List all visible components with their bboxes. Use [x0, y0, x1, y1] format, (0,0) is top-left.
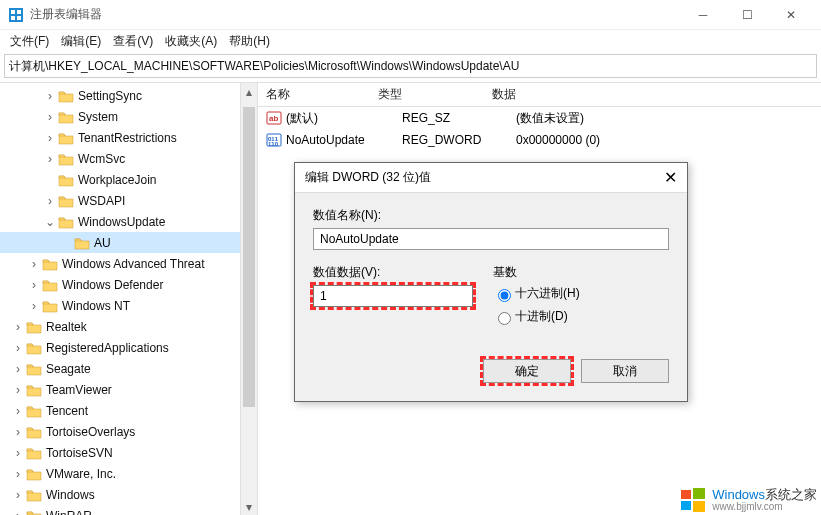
tree-item-label: Realtek [46, 320, 87, 334]
ok-button[interactable]: 确定 [483, 359, 571, 383]
menu-bar: 文件(F) 编辑(E) 查看(V) 收藏夹(A) 帮助(H) [0, 30, 821, 52]
window-title: 注册表编辑器 [30, 6, 681, 23]
tree-item-settingsync[interactable]: ›SettingSync [0, 85, 257, 106]
tree-item-registeredapplications[interactable]: ›RegisteredApplications [0, 337, 257, 358]
close-button[interactable]: ✕ [769, 1, 813, 29]
expand-icon[interactable]: › [12, 404, 24, 418]
tree-item-windows-defender[interactable]: ›Windows Defender [0, 274, 257, 295]
header-name[interactable]: 名称 [258, 86, 370, 103]
tree-item-tenantrestrictions[interactable]: ›TenantRestrictions [0, 127, 257, 148]
expand-icon[interactable]: › [12, 341, 24, 355]
expand-icon[interactable]: › [12, 383, 24, 397]
cancel-button[interactable]: 取消 [581, 359, 669, 383]
minimize-button[interactable]: ─ [681, 1, 725, 29]
svg-rect-13 [693, 501, 705, 512]
expand-icon[interactable]: › [44, 152, 56, 166]
tree-item-label: VMware, Inc. [46, 467, 116, 481]
tree-item-workplacejoin[interactable]: WorkplaceJoin [0, 169, 257, 190]
expand-icon[interactable]: › [12, 467, 24, 481]
tree-item-tortoiseoverlays[interactable]: ›TortoiseOverlays [0, 421, 257, 442]
tree-item-label: System [78, 110, 118, 124]
svg-rect-4 [17, 16, 21, 20]
svg-rect-10 [681, 490, 691, 499]
expand-icon[interactable]: › [12, 425, 24, 439]
address-bar[interactable]: 计算机\HKEY_LOCAL_MACHINE\SOFTWARE\Policies… [4, 54, 817, 78]
tree-item-label: TortoiseSVN [46, 446, 113, 460]
tree-item-label: WinRAR [46, 509, 92, 516]
radio-dec-input[interactable] [498, 312, 511, 325]
expand-icon[interactable]: › [44, 110, 56, 124]
tree-item-teamviewer[interactable]: ›TeamViewer [0, 379, 257, 400]
expand-icon[interactable]: › [12, 488, 24, 502]
regedit-icon [8, 7, 24, 23]
expand-icon[interactable]: › [12, 446, 24, 460]
value-row[interactable]: ab(默认)REG_SZ(数值未设置) [258, 107, 821, 129]
registry-tree[interactable]: ›SettingSync›System›TenantRestrictions›W… [0, 83, 257, 515]
tree-item-label: WSDAPI [78, 194, 125, 208]
menu-file[interactable]: 文件(F) [4, 31, 55, 52]
maximize-button[interactable]: ☐ [725, 1, 769, 29]
scroll-up-icon[interactable]: ▴ [241, 83, 257, 100]
svg-text:110: 110 [268, 141, 279, 147]
value-data-input[interactable] [313, 285, 473, 307]
tree-item-realtek[interactable]: ›Realtek [0, 316, 257, 337]
list-header: 名称 类型 数据 [258, 83, 821, 107]
tree-item-label: Windows Advanced Threat [62, 257, 205, 271]
menu-view[interactable]: 查看(V) [107, 31, 159, 52]
value-row[interactable]: 011110NoAutoUpdateREG_DWORD0x00000000 (0… [258, 129, 821, 151]
tree-item-vmware-inc-[interactable]: ›VMware, Inc. [0, 463, 257, 484]
tree-item-label: Windows Defender [62, 278, 163, 292]
expand-icon[interactable]: › [44, 131, 56, 145]
tree-item-label: SettingSync [78, 89, 142, 103]
svg-rect-3 [11, 16, 15, 20]
expand-icon[interactable]: › [44, 194, 56, 208]
menu-edit[interactable]: 编辑(E) [55, 31, 107, 52]
tree-item-wsdapi[interactable]: ›WSDAPI [0, 190, 257, 211]
expand-icon[interactable]: › [28, 278, 40, 292]
tree-item-tortoisesvn[interactable]: ›TortoiseSVN [0, 442, 257, 463]
tree-item-windows-advanced-threat[interactable]: ›Windows Advanced Threat [0, 253, 257, 274]
watermark: WindowsWindows系统之家系统之家 www.bjjmlv.com [680, 487, 817, 513]
menu-favorites[interactable]: 收藏夹(A) [159, 31, 223, 52]
scroll-down-icon[interactable]: ▾ [241, 498, 257, 515]
tree-item-label: TenantRestrictions [78, 131, 177, 145]
scroll-thumb[interactable] [243, 107, 255, 407]
dialog-title-bar[interactable]: 编辑 DWORD (32 位)值 ✕ [295, 163, 687, 193]
svg-rect-11 [693, 488, 705, 499]
radio-hex[interactable]: 十六进制(H) [493, 285, 669, 302]
value-name-input[interactable] [313, 228, 669, 250]
tree-item-label: Windows [46, 488, 95, 502]
radio-hex-input[interactable] [498, 289, 511, 302]
value-data: 0x00000000 (0) [508, 133, 600, 147]
header-data[interactable]: 数据 [484, 86, 821, 103]
dialog-title: 编辑 DWORD (32 位)值 [305, 169, 647, 186]
expand-icon[interactable]: › [12, 320, 24, 334]
menu-help[interactable]: 帮助(H) [223, 31, 276, 52]
tree-item-tencent[interactable]: ›Tencent [0, 400, 257, 421]
dialog-close-button[interactable]: ✕ [647, 168, 677, 187]
tree-item-seagate[interactable]: ›Seagate [0, 358, 257, 379]
tree-item-system[interactable]: ›System [0, 106, 257, 127]
tree-item-au[interactable]: AU [0, 232, 257, 253]
svg-rect-12 [681, 501, 691, 510]
tree-scrollbar[interactable]: ▴ ▾ [240, 83, 257, 515]
tree-item-label: Seagate [46, 362, 91, 376]
tree-item-label: AU [94, 236, 111, 250]
tree-item-wcmsvc[interactable]: ›WcmSvc [0, 148, 257, 169]
header-type[interactable]: 类型 [370, 86, 484, 103]
expand-icon[interactable]: › [28, 257, 40, 271]
svg-rect-1 [11, 10, 15, 14]
expand-icon[interactable]: ⌄ [44, 215, 56, 229]
expand-icon[interactable]: › [28, 299, 40, 313]
tree-item-label: WorkplaceJoin [78, 173, 156, 187]
radio-dec-label: 十进制(D) [515, 308, 568, 325]
expand-icon[interactable]: › [12, 509, 24, 516]
tree-item-winrar[interactable]: ›WinRAR [0, 505, 257, 515]
tree-item-windowsupdate[interactable]: ⌄WindowsUpdate [0, 211, 257, 232]
expand-icon[interactable]: › [12, 362, 24, 376]
expand-icon[interactable]: › [44, 89, 56, 103]
windows-logo-icon [680, 487, 706, 513]
radio-dec[interactable]: 十进制(D) [493, 308, 669, 325]
tree-item-windows[interactable]: ›Windows [0, 484, 257, 505]
tree-item-windows-nt[interactable]: ›Windows NT [0, 295, 257, 316]
